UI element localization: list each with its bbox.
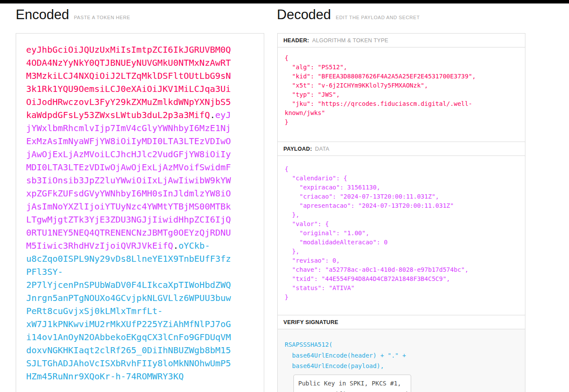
verify-signature-area: RSAPSSSHA512( base64UrlEncode(header) + … — [278, 329, 525, 392]
decoded-panel-title: Decoded EDIT THE PAYLOAD AND SECRET — [277, 7, 420, 23]
signature-algorithm-code: RSAPSSSHA512( base64UrlEncode(header) + … — [285, 339, 518, 372]
public-key-textarea[interactable]: Public Key in SPKI, PKCS #1, X.509 Certi… — [293, 375, 411, 392]
token-separator-1: . — [210, 110, 215, 120]
verify-signature-section-head: VERIFY SIGNATURE — [278, 315, 525, 329]
decoded-heading: Decoded — [277, 7, 331, 23]
encoded-heading: Encoded — [16, 7, 69, 23]
token-signature-segment: oYCkb-u8cZqo0ISPL9Ny29vDs8LlneYE1X9TnbEU… — [26, 240, 231, 382]
encoded-subtitle: PASTE A TOKEN HERE — [74, 15, 130, 20]
top-bar — [0, 0, 569, 3]
payload-section-label: PAYLOAD: — [283, 146, 312, 152]
token-separator-2: . — [173, 240, 178, 251]
payload-section-sublabel: DATA — [315, 146, 330, 152]
payload-section-head: PAYLOAD: DATA — [278, 142, 525, 156]
header-section-sublabel: ALGORITHM & TOKEN TYPE — [312, 37, 388, 44]
verify-signature-label: VERIFY SIGNATURE — [283, 319, 338, 325]
token-header-segment: eyJhbGciOiJQUzUxMiIsImtpZCI6IkJGRUVBM0Q4… — [26, 44, 231, 120]
decoded-payload-json-editor[interactable]: { "calendario": { "expiracao": 31561130,… — [278, 156, 525, 315]
header-section-head: HEADER: ALGORITHM & TOKEN TYPE — [278, 34, 525, 47]
decoded-card: HEADER: ALGORITHM & TOKEN TYPE { "alg": … — [277, 33, 525, 392]
jwt-token-text[interactable]: eyJhbGciOiJQUzUxMiIsImtpZCI6IkJGRUVBM0Q4… — [26, 43, 233, 383]
decoded-header-json-editor[interactable]: { "alg": "PS512", "kid": "BFEEA3D8808762… — [278, 47, 525, 142]
decoded-subtitle: EDIT THE PAYLOAD AND SECRET — [336, 15, 420, 20]
encoded-token-input[interactable]: eyJhbGciOiJQUzUxMiIsImtpZCI6IkJGRUVBM0Q4… — [16, 33, 264, 392]
header-section-label: HEADER: — [283, 37, 309, 44]
token-payload-segment: eyJjYWxlbmRhcmlvIjp7ImV4cGlyYWNhbyI6MzE1… — [26, 110, 231, 251]
encoded-panel-title: Encoded PASTE A TOKEN HERE — [16, 7, 130, 23]
